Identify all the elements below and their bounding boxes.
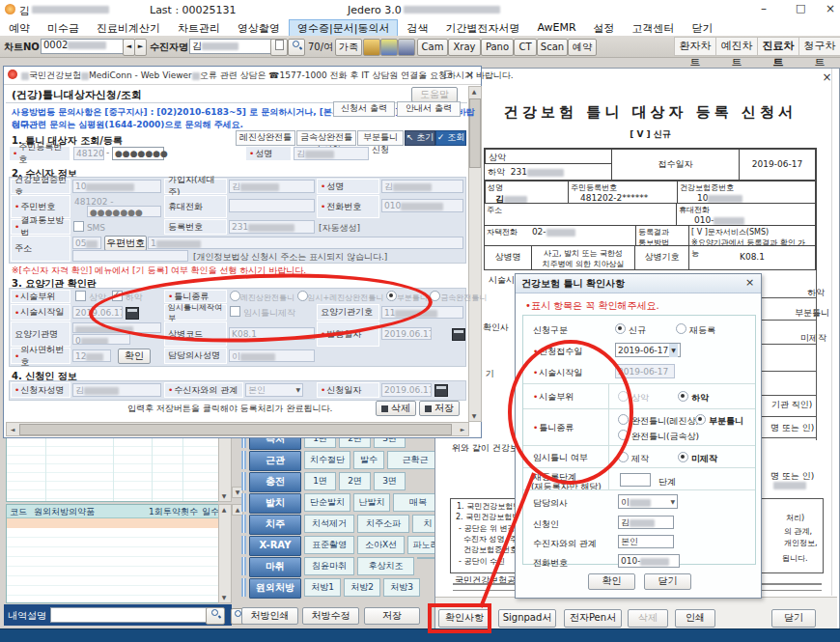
reapply-option[interactable]: 재등록 [676,323,715,337]
maxilla-checkbox[interactable] [75,291,86,301]
jumin-back-input[interactable]: ●●●●●●● [112,147,164,160]
reset-button[interactable]: ↖ 초기화 [405,130,435,146]
detail-search-icon[interactable] [206,607,225,625]
sms-checkbox[interactable] [73,221,84,232]
type-partial-option[interactable]: 부분틀니 [695,414,743,428]
xray-button[interactable]: Xray [448,39,481,56]
treatment-item[interactable]: 처방1 [304,578,341,597]
treatment-item[interactable]: 발수 [353,451,384,469]
treatment-item[interactable]: 처방2 [344,578,380,597]
drug-grid-scrollbar[interactable]: ▲ ▼ [218,504,232,603]
ok-button[interactable]: 확인 [588,573,635,590]
procedure-grid[interactable] [6,429,220,502]
scroll-down-icon[interactable]: ▼ [219,593,229,602]
tab-claim-chart[interactable]: 청구차트 [798,37,840,56]
treatment-category[interactable]: X-RAY [249,536,301,556]
print-guide-button[interactable]: 안내서 출력 [397,101,461,117]
treatment-item[interactable]: 치주소파 [357,515,409,533]
treatment-category[interactable]: 원외처방 [249,578,301,599]
chart-no-input[interactable]: 0002 [41,39,124,54]
treatment-item[interactable]: 3면 [374,472,406,490]
pano-button[interactable]: Pano [481,39,514,56]
tab-treatment-chart[interactable]: 진료차트 [757,37,799,56]
sms-option[interactable]: SMS [73,221,105,233]
treatment-category[interactable]: 발치 [249,493,301,514]
family-button[interactable]: 가족 [335,39,362,56]
treatment-item[interactable]: 후상치조 [357,557,414,575]
minimize-icon[interactable]: – [761,2,767,15]
save-prescription-button[interactable]: 저장 [364,607,420,625]
edit-prescription-button[interactable]: 처방수정 [302,607,359,625]
menu-awemr[interactable]: AwEMR [528,19,584,36]
new-option[interactable]: 신규 [615,323,646,337]
calendar-icon[interactable] [434,384,448,397]
apply-date-input[interactable]: 2019.06.17 [381,383,432,397]
treatment-item[interactable]: 표준촬영 [304,536,354,554]
query-button[interactable]: ✓ 조회 [435,130,466,146]
relation-select[interactable]: 본인▼ [245,383,303,397]
maximize-icon[interactable]: □ [443,69,452,79]
maximize-icon[interactable]: □ [796,2,805,14]
print-application-button[interactable]: 신청서 출력 [333,101,395,117]
treatment-category[interactable]: 치주 [249,515,301,535]
treatment-category[interactable]: 근관 [249,451,301,471]
document-icon[interactable] [270,39,288,56]
save-record-button[interactable]: 저장 [419,401,460,416]
close-icon[interactable]: × [826,2,835,15]
popup-vscrollbar[interactable]: ▲ ▼ [468,86,482,422]
stage-input[interactable] [620,473,651,487]
treatment-item[interactable]: 난발치 [353,493,390,512]
scroll-down-icon[interactable]: ▼ [469,411,479,421]
scroll-right-icon[interactable]: ► [458,425,467,434]
close-button[interactable]: 닫기 [644,573,691,590]
minimize-icon[interactable]: – [421,69,427,81]
treatment-item[interactable]: 단순발치 [304,493,350,512]
photo-icon[interactable] [363,39,380,56]
detail-input[interactable] [50,607,209,623]
scroll-thumb[interactable] [19,424,452,435]
delete-record-button[interactable]: 삭제 [376,401,416,416]
drug-grid[interactable]: 코드 원외처방의약품 1회투약 횟수 일수 [6,504,220,603]
zipcode-button[interactable]: 우편번호 [104,236,147,251]
cam-button[interactable]: Cam [417,39,448,56]
resin-denture-apply-button[interactable]: 레진상완전틀니 신청 [236,130,295,146]
metal-denture-apply-button[interactable]: 금속상완전틀니 신청 [296,130,356,146]
close-button[interactable]: 닫기 [771,609,816,628]
print-button[interactable]: 인쇄 [675,609,715,628]
jumin-front-input[interactable]: 481202 [73,147,104,160]
doctor-select[interactable]: 이▼ [618,494,678,509]
treatment-category[interactable]: 충전 [249,472,301,492]
treatment-item[interactable]: 1면 [304,472,336,490]
next-chart-icon[interactable]: ► [134,39,147,56]
treatment-item[interactable]: 소아X선 [357,536,405,554]
verify-button[interactable]: 확인 [118,349,151,364]
calculator-icon[interactable] [398,39,415,56]
tab-pre-exam-chart[interactable]: 예진차트 [715,37,758,56]
selected-row[interactable] [7,518,219,528]
ct-button[interactable]: CT [514,39,537,56]
tab-patient-chart[interactable]: 환자차트 [674,37,716,56]
procedure-grid-scrollbar[interactable]: ▼ [218,429,232,502]
relation-input[interactable]: 본인 [618,535,674,548]
patient-name-input[interactable]: 김 [189,39,272,54]
popup-hscrollbar[interactable]: ◄ ► [6,422,469,436]
scan-button[interactable]: Scan [537,39,568,56]
print-prescription-button[interactable]: 처방인쇄 [241,607,298,625]
treatment-item[interactable]: 침윤마취 [304,557,354,575]
epen-sign-button[interactable]: 전자Pen서명 [564,609,622,628]
close-icon[interactable]: × [745,276,754,289]
scroll-left-icon[interactable]: ◄ [8,425,17,434]
receipt-date-select[interactable]: 2019-06-17▼ [615,343,681,357]
scroll-up-icon[interactable]: ▲ [469,87,479,97]
card-icon[interactable] [380,39,398,56]
mandible-option[interactable]: 하악 [678,391,709,405]
make-option[interactable]: 제작 [618,452,649,465]
treatment-item[interactable]: 치수절단 [304,451,350,469]
treatment-item[interactable]: 2면 [339,472,371,490]
treatment-category[interactable]: 마취 [249,557,301,577]
search-icon[interactable] [288,39,305,56]
partial-denture-apply-button[interactable]: 부분틀니 신청 [357,130,404,146]
scroll-down-icon[interactable]: ▼ [219,491,229,501]
nomake-option[interactable]: 미제작 [678,452,717,465]
close-icon[interactable]: × [465,69,474,81]
